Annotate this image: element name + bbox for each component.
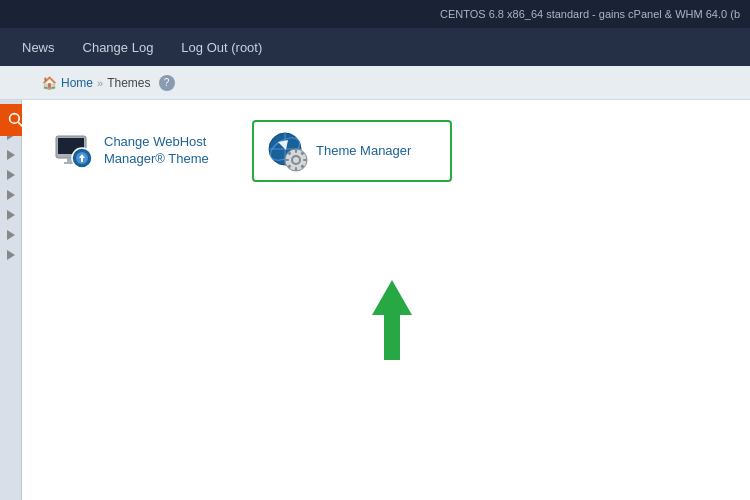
change-webhost-theme-item[interactable]: Change WebHost Manager® Theme [42,120,242,182]
change-theme-icon [54,130,96,172]
sidebar [0,100,22,500]
breadcrumb: 🏠 Home » Themes ? [42,75,175,91]
theme-manager-item[interactable]: Theme Manager [252,120,452,182]
icons-grid: Change WebHost Manager® Theme [42,120,730,182]
main-layout: Change WebHost Manager® Theme [0,100,750,500]
breadcrumb-bar: 🏠 Home » Themes ? [0,66,750,100]
home-icon: 🏠 [42,76,57,90]
svg-rect-16 [295,167,297,171]
nav-changelog[interactable]: Change Log [71,34,166,61]
svg-point-0 [10,114,20,124]
svg-marker-23 [372,280,412,360]
top-bar: CENTOS 6.8 x86_64 standard - gains cPane… [0,0,750,28]
breadcrumb-current: Themes [107,76,150,90]
sidebar-arrow-3[interactable] [7,150,15,160]
nav-bar: News Change Log Log Out (root) [0,28,750,66]
svg-rect-17 [285,159,289,161]
sidebar-arrow-8[interactable] [7,250,15,260]
sidebar-arrow-7[interactable] [7,230,15,240]
theme-manager-label: Theme Manager [316,143,411,160]
change-webhost-label: Change WebHost Manager® Theme [104,134,230,168]
theme-manager-icon-img [266,130,308,172]
content-area: Change WebHost Manager® Theme [22,100,750,500]
sidebar-arrow-6[interactable] [7,210,15,220]
svg-rect-18 [303,159,307,161]
svg-rect-15 [295,149,297,153]
top-bar-info: CENTOS 6.8 x86_64 standard - gains cPane… [440,8,740,20]
breadcrumb-home[interactable]: Home [61,76,93,90]
nav-logout[interactable]: Log Out (root) [169,34,274,61]
nav-news[interactable]: News [10,34,67,61]
arrow-annotation [362,280,422,364]
sidebar-arrow-5[interactable] [7,190,15,200]
help-icon[interactable]: ? [159,75,175,91]
breadcrumb-separator: » [97,77,103,89]
sidebar-arrow-4[interactable] [7,170,15,180]
svg-point-14 [293,157,299,163]
